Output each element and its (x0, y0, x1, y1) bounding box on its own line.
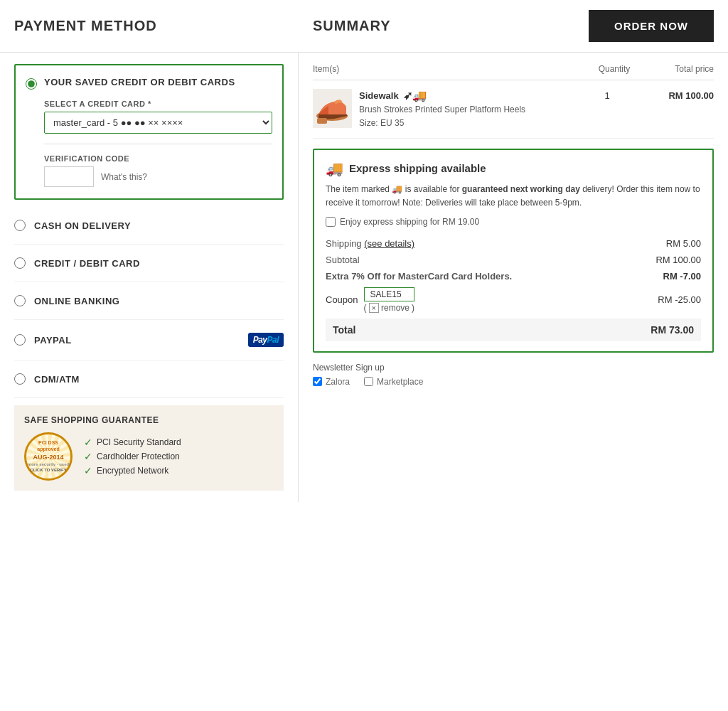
cost-table: Shipping (see details) RM 5.00 Subtotal … (326, 235, 701, 341)
coupon-row: Coupon SALE15 ( × remove ) RM -25.00 (326, 284, 701, 316)
express-shipping-checkbox[interactable] (326, 217, 336, 227)
subtotal-label: Subtotal (326, 255, 360, 265)
coupon-left: Coupon SALE15 ( × remove ) (326, 287, 414, 313)
safe-shopping-content: PCI DSS approved AUG-2014 more security … (24, 432, 274, 481)
saved-cards-section: YOUR SAVED CREDIT OR DEBIT CARDS SELECT … (14, 64, 284, 200)
cash-radio[interactable] (14, 220, 26, 231)
summary-table-header: Item(s) Quantity Total price (313, 64, 714, 80)
online-banking-option: ONLINE BANKING (14, 282, 284, 320)
credit-debit-radio[interactable] (14, 257, 26, 269)
credit-debit-label: CREDIT / DEBIT CARD (34, 258, 140, 269)
safe-feature-cardholder-label: Cardholder Protection (97, 451, 180, 461)
safe-features-list: ✓ PCI Security Standard ✓ Cardholder Pro… (84, 437, 181, 476)
safe-feature-cardholder: ✓ Cardholder Protection (84, 451, 181, 462)
cash-on-delivery-option: CASH ON DELIVERY (14, 207, 284, 245)
page-header: PAYMENT METHOD SUMMARY ORDER NOW (0, 0, 728, 53)
paypal-logo: PayPal (248, 333, 284, 347)
item-size: Size: EU 35 (359, 117, 572, 129)
verification-code-label: VERIFICATION CODE (44, 154, 272, 163)
coupon-area: SALE15 ( × remove ) (364, 287, 414, 313)
order-item-row: Sidewalk ➶🚚 Brush Strokes Printed Super … (313, 80, 714, 139)
express-body-bold: guaranteed next working day (462, 184, 580, 194)
shipping-amount: RM 5.00 (666, 238, 701, 249)
item-brand-name: Sidewalk (359, 90, 399, 101)
check-icon-cardholder: ✓ (84, 451, 92, 462)
verification-row: What's this? (44, 166, 272, 187)
item-brand: Sidewalk ➶🚚 (359, 89, 572, 102)
item-quantity: 1 (579, 89, 636, 101)
cdm-radio[interactable] (14, 373, 26, 385)
header-items: Item(s) (313, 64, 586, 74)
express-body1: The item marked (326, 184, 390, 194)
express-title-text: Express shipping available (349, 162, 486, 174)
discount-amount: RM -7.00 (663, 271, 701, 282)
newsletter-marketplace: Marketplace (364, 377, 423, 387)
online-banking-label: ONLINE BANKING (34, 296, 119, 306)
express-shipping-title: 🚚 Express shipping available (326, 160, 701, 177)
paypal-radio[interactable] (14, 334, 26, 346)
total-label: Total (333, 324, 355, 336)
shipping-cost-row: Shipping (see details) RM 5.00 (326, 235, 701, 252)
coupon-text: Coupon (326, 294, 358, 305)
shipping-text: Shipping (326, 238, 362, 249)
safe-feature-encrypted-label: Encrypted Network (97, 466, 168, 476)
header-total-price: Total price (643, 64, 714, 74)
pci-text: PCI DSS approved AUG-2014 more security … (28, 439, 69, 474)
express-truck-large-icon: 🚚 (326, 160, 343, 177)
newsletter-options: Zalora Marketplace (313, 377, 714, 387)
verification-input[interactable] (44, 166, 94, 187)
credit-card-select[interactable]: master_card - 5 ●● ●● ×× ×××× (44, 112, 272, 134)
check-icon-pci: ✓ (84, 437, 92, 448)
paypal-option: PAYPAL PayPal (14, 320, 284, 360)
cdm-label: CDM/ATM (34, 374, 80, 385)
header-quantity: Quantity (586, 64, 643, 74)
discount-label: Extra 7% Off for MasterCard Card Holders… (326, 271, 512, 282)
newsletter-zalora: Zalora (313, 377, 350, 387)
pci-badge[interactable]: PCI DSS approved AUG-2014 more security … (24, 432, 73, 481)
marketplace-checkbox[interactable] (364, 377, 373, 386)
paypal-label: PAYPAL (34, 335, 72, 346)
pci-sub: more security · used (28, 462, 69, 468)
express-body2: is available for (405, 184, 460, 194)
coupon-remove-label[interactable]: remove (381, 303, 410, 313)
safe-feature-pci-label: PCI Security Standard (97, 437, 181, 447)
item-price: RM 100.00 (643, 89, 714, 101)
online-banking-radio[interactable] (14, 295, 26, 306)
express-checkbox-label: Enjoy express shipping for RM 19.00 (340, 217, 479, 227)
svg-rect-2 (317, 118, 327, 124)
item-details: Sidewalk ➶🚚 Brush Strokes Printed Super … (359, 89, 572, 129)
express-shipping-box: 🚚 Express shipping available The item ma… (313, 149, 714, 353)
zalora-checkbox[interactable] (313, 377, 322, 386)
total-amount: RM 73.00 (651, 324, 694, 336)
see-details-link[interactable]: (see details) (364, 238, 414, 249)
safe-shopping-title: SAFE SHOPPING GUARANTEE (24, 415, 274, 425)
saved-cards-label: YOUR SAVED CREDIT OR DEBIT CARDS (44, 77, 235, 87)
express-body-text: The item marked 🚚 is available for guara… (326, 183, 701, 210)
coupon-amount: RM -25.00 (658, 294, 701, 305)
marketplace-label: Marketplace (377, 377, 423, 387)
shoe-image (313, 89, 352, 128)
shipping-label: Shipping (see details) (326, 238, 414, 249)
select-card-label: SELECT A CREDIT CARD * (44, 100, 272, 108)
subtotal-row: Subtotal RM 100.00 (326, 252, 701, 268)
safe-feature-pci: ✓ PCI Security Standard (84, 437, 181, 448)
saved-cards-radio[interactable] (26, 78, 37, 90)
cash-label: CASH ON DELIVERY (34, 220, 131, 231)
pci-line2: approved (37, 446, 60, 452)
safe-feature-encrypted: ✓ Encrypted Network (84, 465, 181, 476)
newsletter-section: Newsletter Sign up Zalora Marketplace (313, 363, 714, 387)
coupon-code: SALE15 (364, 287, 414, 301)
coupon-remove-x-button[interactable]: × (369, 303, 379, 313)
saved-cards-form: SELECT A CREDIT CARD * master_card - 5 ●… (26, 100, 272, 187)
check-icon-encrypted: ✓ (84, 465, 92, 476)
coupon-remove-row: ( × remove ) (364, 303, 414, 313)
order-now-button[interactable]: ORDER NOW (589, 10, 714, 42)
whats-this-link[interactable]: What's this? (101, 172, 147, 182)
main-layout: YOUR SAVED CREDIT OR DEBIT CARDS SELECT … (0, 53, 728, 502)
pci-line1: PCI DSS (38, 439, 58, 446)
total-row: Total RM 73.00 (326, 319, 701, 341)
summary-heading: SUMMARY (313, 18, 589, 34)
cdm-atm-option: CDM/ATM (14, 360, 284, 398)
newsletter-title: Newsletter Sign up (313, 363, 714, 373)
right-panel: Item(s) Quantity Total price (299, 53, 728, 502)
